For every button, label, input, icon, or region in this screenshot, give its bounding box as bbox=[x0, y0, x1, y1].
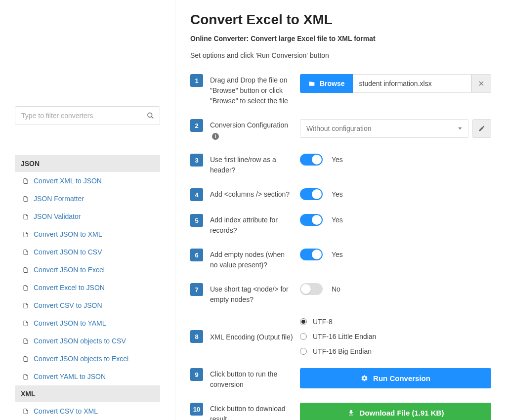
edit-config-button[interactable] bbox=[472, 119, 491, 138]
sidebar-item-label: Convert CSV to JSON bbox=[34, 301, 102, 309]
toggle-index[interactable] bbox=[300, 214, 323, 226]
file-input-group: Browse student information.xlsx bbox=[300, 74, 491, 93]
download-icon bbox=[347, 409, 355, 417]
step-label: Drag and Drop the file on "Browse" butto… bbox=[210, 74, 293, 106]
file-icon bbox=[23, 355, 29, 363]
sidebar-item[interactable]: JSON Formatter bbox=[15, 190, 160, 208]
toggle-short-tag[interactable] bbox=[300, 283, 323, 295]
file-icon bbox=[23, 231, 29, 238]
sidebar-item[interactable]: Convert CSV to JSON bbox=[15, 296, 160, 314]
step-7: 7 Use short tag <node/> for empty nodes?… bbox=[190, 283, 491, 305]
clear-file-button[interactable] bbox=[471, 74, 491, 93]
browse-label: Browse bbox=[320, 80, 345, 87]
toggle-empty-nodes[interactable] bbox=[300, 249, 323, 260]
step-number: 6 bbox=[190, 249, 203, 261]
category-header-xml: XML bbox=[15, 385, 160, 402]
instruction-text: Set options and click 'Run Conversion' b… bbox=[190, 51, 491, 59]
file-icon bbox=[23, 177, 29, 185]
run-button-label: Run Conversion bbox=[373, 374, 430, 382]
download-button[interactable]: Download File (1.91 KB) bbox=[300, 403, 491, 420]
step-5: 5 Add index attribute for records? Yes bbox=[190, 214, 491, 236]
radio-icon bbox=[300, 348, 307, 355]
sidebar-item[interactable]: Convert JSON to CSV bbox=[15, 243, 160, 261]
step-number: 4 bbox=[190, 188, 203, 201]
radio-utf8[interactable]: UTF-8 bbox=[300, 318, 376, 326]
step-6: 6 Add empty nodes (when no value present… bbox=[190, 249, 491, 270]
toggle-value: Yes bbox=[332, 216, 343, 224]
search-icon bbox=[147, 112, 154, 120]
file-icon bbox=[23, 213, 29, 220]
toggle-value: Yes bbox=[332, 251, 343, 258]
radio-utf16le[interactable]: UTF-16 Little Endian bbox=[300, 333, 376, 340]
sidebar-item[interactable]: JSON Validator bbox=[15, 208, 160, 225]
search-input[interactable] bbox=[15, 106, 160, 125]
sidebar-item-label: Convert JSON to CSV bbox=[34, 248, 102, 256]
caret-down-icon bbox=[458, 127, 462, 130]
radio-icon bbox=[300, 318, 307, 325]
toggle-value: Yes bbox=[332, 156, 343, 164]
sidebar-item[interactable]: Convert Excel to JSON bbox=[15, 279, 160, 296]
sidebar-item[interactable]: Convert CSV to XML bbox=[15, 402, 160, 420]
sidebar-item-label: Convert JSON to Excel bbox=[34, 266, 105, 274]
download-button-label: Download File (1.91 KB) bbox=[360, 409, 444, 417]
info-icon[interactable]: i bbox=[212, 133, 219, 140]
file-icon bbox=[23, 337, 29, 345]
step-3: 3 Use first line/row as a header? Yes bbox=[190, 154, 491, 175]
config-select-value: Without configuration bbox=[306, 125, 372, 132]
sidebar-item[interactable]: Convert XML to JSON bbox=[15, 172, 160, 190]
step-label: Add <columns /> section? bbox=[210, 188, 293, 200]
svg-line-1 bbox=[151, 117, 153, 119]
step-label: Click button to download result bbox=[210, 403, 293, 420]
main-content: Convert Excel to XML Online Converter: C… bbox=[175, 0, 506, 420]
step-label-text: Conversion Configuration bbox=[210, 121, 288, 129]
step-label: XML Encoding (Output file) bbox=[210, 331, 293, 342]
step-2: 2 Conversion Configuration i Without con… bbox=[190, 119, 491, 141]
sidebar-item[interactable]: Convert JSON to YAML bbox=[15, 314, 160, 332]
browse-button[interactable]: Browse bbox=[300, 74, 353, 93]
toggle-columns[interactable] bbox=[300, 188, 323, 200]
file-icon bbox=[23, 195, 29, 203]
sidebar-item-label: Convert Excel to JSON bbox=[34, 284, 105, 292]
file-icon bbox=[23, 373, 29, 380]
step-label: Add empty nodes (when no value present)? bbox=[210, 249, 293, 270]
run-conversion-button[interactable]: Run Conversion bbox=[300, 368, 491, 388]
page-title: Convert Excel to XML bbox=[190, 12, 491, 28]
search-wrap bbox=[15, 106, 160, 125]
sidebar-item-label: Convert JSON objects to CSV bbox=[34, 337, 126, 345]
step-label: Use first line/row as a header? bbox=[210, 154, 293, 175]
step-10: 10 Click button to download result Downl… bbox=[190, 403, 491, 420]
file-icon bbox=[23, 284, 29, 292]
step-number: 7 bbox=[190, 283, 203, 296]
step-9: 9 Click button to run the conversion Run… bbox=[190, 368, 491, 390]
radio-utf16be[interactable]: UTF-16 Big Endian bbox=[300, 347, 376, 355]
sidebar-item-label: Convert CSV to XML bbox=[34, 407, 98, 415]
sidebar-ad-space bbox=[15, 10, 160, 106]
radio-label: UTF-16 Little Endian bbox=[313, 333, 376, 340]
sidebar-item-label: Convert JSON to YAML bbox=[34, 319, 106, 327]
step-number: 3 bbox=[190, 154, 203, 167]
step-1: 1 Drag and Drop the file on "Browse" but… bbox=[190, 74, 491, 106]
sidebar-item[interactable]: Convert YAML to JSON bbox=[15, 368, 160, 385]
step-label: Click button to run the conversion bbox=[210, 368, 293, 390]
step-4: 4 Add <columns /> section? Yes bbox=[190, 188, 491, 201]
category-list-json: Convert XML to JSON JSON Formatter JSON … bbox=[15, 172, 160, 385]
sidebar-item[interactable]: Convert JSON to XML bbox=[15, 225, 160, 243]
sidebar-item-label: Convert XML to JSON bbox=[34, 177, 102, 185]
config-select[interactable]: Without configuration bbox=[300, 119, 468, 138]
sidebar-item[interactable]: Convert JSON to Excel bbox=[15, 261, 160, 279]
sidebar-item-label: Convert YAML to JSON bbox=[34, 373, 106, 380]
category-header-json: JSON bbox=[15, 155, 160, 172]
sidebar-item-label: JSON Validator bbox=[34, 212, 81, 220]
step-8: 8 XML Encoding (Output file) UTF-8 UTF-1… bbox=[190, 318, 491, 355]
folder-open-icon bbox=[308, 81, 316, 87]
radio-icon bbox=[300, 333, 307, 340]
sidebar-item-label: Convert JSON objects to Excel bbox=[34, 355, 128, 363]
toggle-value: Yes bbox=[332, 190, 343, 198]
step-label: Add index attribute for records? bbox=[210, 214, 293, 236]
toggle-header[interactable] bbox=[300, 154, 323, 166]
close-icon bbox=[478, 81, 484, 86]
sidebar-item[interactable]: Convert JSON objects to CSV bbox=[15, 332, 160, 350]
radio-label: UTF-16 Big Endian bbox=[313, 347, 372, 355]
step-number: 1 bbox=[190, 74, 203, 87]
sidebar-item[interactable]: Convert JSON objects to Excel bbox=[15, 350, 160, 368]
